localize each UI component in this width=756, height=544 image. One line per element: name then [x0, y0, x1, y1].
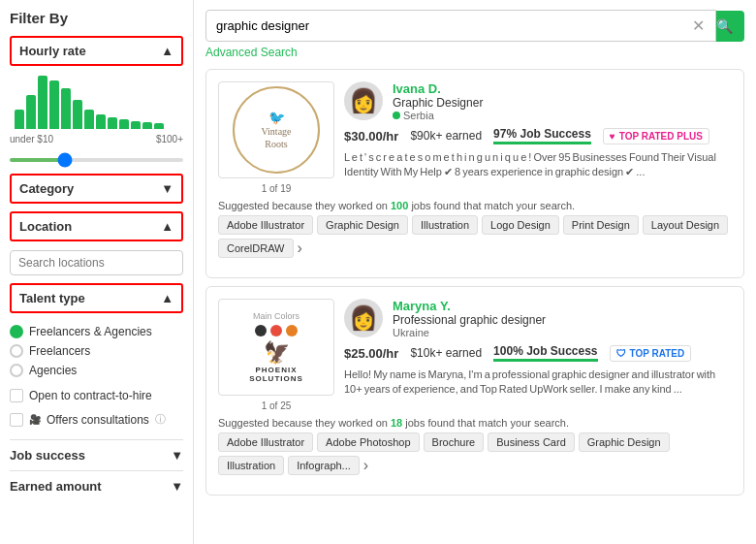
- bar: [119, 119, 129, 129]
- job-success-label: Job success: [10, 448, 85, 463]
- tags-more-2[interactable]: ›: [363, 457, 368, 474]
- job-success-chevron-icon: ▼: [171, 448, 183, 463]
- shield-icon: 🛡: [616, 348, 626, 359]
- advanced-search-link[interactable]: Advanced Search: [205, 46, 744, 59]
- bar: [73, 100, 82, 129]
- tag-coreldraw-1[interactable]: CorelDRAW: [218, 239, 294, 258]
- avatar-placeholder-1: 👩: [349, 87, 378, 114]
- talent-options: Freelancers & Agencies Freelancers Agenc…: [10, 318, 183, 384]
- job-success-filter[interactable]: Job success ▼: [10, 439, 183, 470]
- freelancer-card-2: Main Colors 🦅 PHOENIXSOLUTIONS 1 of 25: [205, 286, 744, 496]
- bar: [38, 76, 47, 129]
- card-info-2: 👩 Maryna Y. Professional graphic designe…: [344, 299, 732, 411]
- sidebar: Filter By Hourly rate ▲: [0, 0, 194, 544]
- suggested-jobs-1: 100: [391, 200, 408, 211]
- tag-print-design-1[interactable]: Print Design: [563, 215, 639, 235]
- tags-more-1[interactable]: ›: [298, 240, 302, 257]
- hist-max-label: $100+: [156, 134, 183, 144]
- radio-freelancers-agencies[interactable]: [10, 325, 23, 338]
- bar: [49, 80, 59, 129]
- talent-option-1[interactable]: Freelancers & Agencies: [10, 322, 183, 341]
- card-info-1: 👩 Ivana D. Graphic Designer Serbia: [344, 81, 732, 194]
- color-dot-red: [270, 325, 282, 336]
- consultations-checkbox[interactable]: [10, 413, 23, 427]
- tag-brochure-2[interactable]: Brochure: [424, 432, 485, 452]
- earned-amount-filter[interactable]: Earned amount ▼: [10, 470, 183, 501]
- bar: [15, 110, 24, 129]
- color-dot-orange: [286, 325, 298, 336]
- tag-graphic-design-2[interactable]: Graphic Design: [579, 432, 670, 452]
- location-filter[interactable]: Location ▲: [10, 211, 183, 241]
- consultations-checkbox-row: 🎥 Offers consultations ⓘ: [10, 407, 183, 432]
- freelancer-title-2: Professional graphic designer: [393, 313, 546, 327]
- talent-type-section: Talent type ▲ Freelancers & Agencies Fre…: [10, 283, 183, 432]
- logo-circle: 🐦 VintageRoots: [233, 86, 320, 174]
- talent-option-label-1: Freelancers & Agencies: [29, 325, 152, 338]
- freelancer-details-1: Ivana D. Graphic Designer Serbia: [393, 81, 483, 121]
- talent-type-filter[interactable]: Talent type ▲: [10, 283, 183, 313]
- stats-row-2: $25.00/hr $10k+ earned 100% Job Success …: [344, 344, 732, 362]
- location-search-input[interactable]: [10, 250, 183, 275]
- tag-logo-design-1[interactable]: Logo Design: [482, 215, 559, 235]
- talent-option-2[interactable]: Freelancers: [10, 341, 183, 361]
- job-success-2: 100% Job Success: [493, 344, 597, 362]
- phoenix-bird-icon: 🦅: [264, 340, 290, 366]
- contract-checkbox[interactable]: [10, 389, 23, 402]
- card-logo-1: 🐦 VintageRoots 1 of 19: [218, 81, 334, 194]
- freelancer-name-2[interactable]: Maryna Y.: [393, 299, 546, 313]
- freelancer-card-1: 🐦 VintageRoots 1 of 19 👩 Ivana D. Graphi: [205, 69, 744, 278]
- tag-layout-design-1[interactable]: Layout Design: [643, 215, 728, 235]
- tag-graphic-design-1[interactable]: Graphic Design: [317, 215, 408, 235]
- hourly-rate-label: Hourly rate: [19, 44, 86, 58]
- tag-illustration-1[interactable]: Illustration: [412, 215, 478, 235]
- freelancer-location-1: Serbia: [393, 110, 483, 121]
- category-chevron-icon: ▼: [161, 181, 173, 196]
- rate-1: $30.00/hr: [344, 129, 398, 144]
- earned-2: $10k+ earned: [410, 346, 482, 360]
- tag-infograph-2[interactable]: Infograph...: [288, 456, 360, 475]
- search-clear-button[interactable]: ✕: [692, 16, 705, 35]
- card-counter-2: 1 of 25: [262, 400, 292, 411]
- earned-amount-chevron-icon: ▼: [171, 479, 183, 494]
- category-label: Category: [19, 181, 74, 196]
- card-inner-1: 🐦 VintageRoots 1 of 19 👩 Ivana D. Graphi: [218, 81, 732, 194]
- phoenix-logo: Main Colors 🦅 PHOENIXSOLUTIONS: [218, 299, 334, 396]
- suggested-text-2: Suggested because they worked on 18 jobs…: [218, 417, 732, 429]
- color-dot-black: [255, 325, 267, 336]
- histogram-labels: under $10 $100+: [10, 134, 183, 144]
- search-input[interactable]: [205, 10, 716, 42]
- consultations-label: Offers consultations: [47, 413, 149, 427]
- tag-business-card-2[interactable]: Business Card: [488, 432, 575, 452]
- talent-type-chevron-icon: ▲: [161, 291, 173, 305]
- avatar-2: 👩: [344, 299, 383, 337]
- tags-2: Adobe Illustrator Adobe Photoshop Brochu…: [218, 432, 732, 475]
- logo-text-1: VintageRoots: [261, 125, 291, 150]
- radio-agencies[interactable]: [10, 364, 23, 377]
- talent-option-3[interactable]: Agencies: [10, 361, 183, 380]
- histogram: [10, 71, 183, 129]
- contract-checkbox-row: Open to contract-to-hire: [10, 384, 183, 407]
- category-filter[interactable]: Category ▼: [10, 174, 183, 204]
- description-2: Hello! My name is Maryna, I'm a professi…: [344, 368, 732, 398]
- talent-type-label: Talent type: [19, 291, 85, 305]
- hourly-rate-slider[interactable]: [10, 158, 183, 162]
- badge-label-2: TOP RATED: [630, 348, 685, 359]
- location-chevron-icon: ▲: [161, 219, 173, 234]
- badge-1: ♥ TOP RATED PLUS: [603, 128, 709, 144]
- avatar-1: 👩: [344, 81, 383, 120]
- suggested-jobs-2: 18: [391, 417, 402, 429]
- tag-adobe-illustrator-2[interactable]: Adobe Illustrator: [218, 432, 313, 452]
- hourly-rate-filter[interactable]: Hourly rate ▲: [10, 36, 183, 66]
- tag-illustration-2[interactable]: Illustration: [218, 456, 284, 475]
- bar: [131, 121, 141, 129]
- tag-adobe-illustrator-1[interactable]: Adobe Illustrator: [218, 215, 313, 235]
- hourly-rate-section: Hourly rate ▲: [10, 36, 183, 166]
- badge-2: 🛡 TOP RATED: [610, 345, 692, 362]
- tag-adobe-photoshop-2[interactable]: Adobe Photoshop: [317, 432, 419, 452]
- bar: [26, 95, 36, 129]
- card-inner-2: Main Colors 🦅 PHOENIXSOLUTIONS 1 of 25: [218, 299, 732, 411]
- talent-option-label-2: Freelancers: [29, 344, 90, 358]
- freelancer-name-1[interactable]: Ivana D.: [393, 81, 483, 96]
- radio-freelancers[interactable]: [10, 344, 23, 358]
- category-section: Category ▼: [10, 174, 183, 204]
